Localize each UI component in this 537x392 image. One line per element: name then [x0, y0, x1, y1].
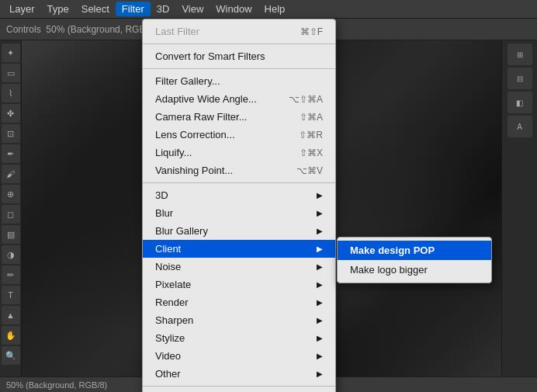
menu-item-pixelate[interactable]: Pixelate ▶ [143, 276, 335, 293]
filter-menu[interactable]: Last Filter ⌘⇧F Convert for Smart Filter… [142, 19, 336, 392]
tool-text[interactable]: T [2, 286, 20, 304]
menu-item-camera-raw[interactable]: Camera Raw Filter... ⇧⌘A [143, 108, 335, 126]
sharpen-label: Sharpen [155, 314, 193, 326]
zoom-status: 50% (Background, RGB/8) [46, 24, 156, 35]
menu-item-other[interactable]: Other ▶ [143, 365, 335, 383]
submenu-make-logo-bigger[interactable]: Make logo bigger [338, 260, 491, 279]
blur-gallery-label: Blur Gallery [155, 225, 208, 237]
tool-crop[interactable]: ⊡ [2, 124, 20, 143]
pixelate-label: Pixelate [155, 279, 191, 290]
camera-raw-label: Camera Raw Filter... [155, 111, 247, 123]
left-toolbar: ✦ ▭ ⌇ ✤ ⊡ ✒ 🖌 ⊕ ◻ ▤ ◑ ✏ T ▲ ✋ 🔍 [0, 40, 22, 392]
menu-type[interactable]: Type [41, 2, 75, 16]
menubar: Layer Type Select Filter 3D View Window … [0, 0, 537, 19]
menu-filter[interactable]: Filter [116, 2, 151, 16]
stylize-arrow: ▶ [317, 334, 323, 342]
tool-move[interactable]: ✦ [2, 43, 20, 62]
convert-smart-label: Convert for Smart Filters [155, 50, 265, 62]
adaptive-label: Adaptive Wide Angle... [155, 93, 257, 105]
3d-label: 3D [155, 189, 168, 201]
menu-item-last-filter[interactable]: Last Filter ⌘⇧F [143, 23, 335, 40]
panel-btn-3[interactable]: ◧ [508, 92, 532, 113]
panel-btn-1[interactable]: ⊞ [508, 43, 532, 65]
last-filter-label: Last Filter [155, 26, 199, 37]
tool-gradient[interactable]: ▤ [2, 225, 20, 244]
make-logo-bigger-label: Make logo bigger [350, 264, 428, 276]
menu-item-vanishing[interactable]: Vanishing Point... ⌥⌘V [143, 161, 335, 179]
menu-item-sharpen[interactable]: Sharpen ▶ [143, 311, 335, 329]
menu-item-liquify[interactable]: Liquify... ⇧⌘X [143, 144, 335, 161]
liquify-label: Liquify... [155, 147, 192, 158]
tool-eraser[interactable]: ◻ [2, 205, 20, 224]
menu-item-noise[interactable]: Noise ▶ [143, 258, 335, 276]
menu-window[interactable]: Window [210, 2, 258, 16]
tool-brush[interactable]: 🖌 [2, 165, 20, 183]
render-arrow: ▶ [317, 298, 323, 307]
menu-item-convert-smart[interactable]: Convert for Smart Filters [143, 47, 335, 65]
sharpen-arrow: ▶ [317, 316, 323, 324]
tool-shape[interactable]: ▲ [2, 306, 20, 324]
separator-1 [143, 43, 335, 44]
tool-eyedropper[interactable]: ✒ [2, 144, 20, 163]
right-panel: ⊞ ⊟ ◧ A [501, 40, 537, 392]
separator-4 [143, 386, 335, 387]
vanishing-label: Vanishing Point... [155, 165, 233, 176]
noise-label: Noise [155, 261, 181, 272]
blur-arrow: ▶ [317, 209, 323, 217]
tool-select[interactable]: ▭ [2, 64, 20, 82]
tool-hand[interactable]: ✋ [2, 326, 20, 345]
filter-gallery-label: Filter Gallery... [155, 75, 220, 87]
menu-item-client[interactable]: Client ▶ Make design POP Make logo bigge… [143, 240, 335, 258]
controls-label: Controls [6, 24, 41, 35]
blur-gallery-arrow: ▶ [317, 227, 323, 235]
tool-zoom[interactable]: 🔍 [2, 346, 20, 365]
menu-view[interactable]: View [175, 2, 210, 16]
menu-item-stylize[interactable]: Stylize ▶ [143, 329, 335, 347]
menu-item-filter-gallery[interactable]: Filter Gallery... [143, 72, 335, 90]
stylize-label: Stylize [155, 332, 185, 344]
menu-item-render[interactable]: Render ▶ [143, 293, 335, 311]
3d-arrow: ▶ [317, 191, 323, 199]
menu-layer[interactable]: Layer [3, 2, 41, 16]
liquify-shortcut: ⇧⌘X [300, 147, 323, 158]
panel-btn-4[interactable]: A [508, 116, 532, 137]
other-arrow: ▶ [317, 369, 323, 378]
menu-select[interactable]: Select [75, 2, 116, 16]
tool-pen[interactable]: ✏ [2, 265, 20, 284]
render-label: Render [155, 297, 189, 308]
menu-item-adaptive[interactable]: Adaptive Wide Angle... ⌥⇧⌘A [143, 90, 335, 108]
pixelate-arrow: ▶ [317, 280, 323, 289]
client-submenu[interactable]: Make design POP Make logo bigger [337, 237, 492, 283]
menu-item-blur-gallery[interactable]: Blur Gallery ▶ [143, 222, 335, 240]
last-filter-shortcut: ⌘⇧F [300, 26, 323, 37]
video-label: Video [155, 350, 181, 362]
make-design-pop-label: Make design POP [350, 245, 435, 256]
panel-btn-2[interactable]: ⊟ [508, 68, 532, 89]
menu-item-lens[interactable]: Lens Correction... ⇧⌘R [143, 126, 335, 144]
tool-dodge[interactable]: ◑ [2, 245, 20, 264]
menu-help[interactable]: Help [258, 2, 292, 16]
lens-label: Lens Correction... [155, 129, 235, 140]
menu-item-3d[interactable]: 3D ▶ [143, 186, 335, 204]
client-arrow: ▶ [317, 245, 323, 253]
blur-label: Blur [155, 207, 173, 219]
menu-item-video[interactable]: Video ▶ [143, 347, 335, 365]
video-arrow: ▶ [317, 352, 323, 360]
submenu-make-design-pop[interactable]: Make design POP [338, 241, 491, 260]
tool-clone[interactable]: ⊕ [2, 185, 20, 203]
status-text: 50% (Background, RGB/8) [6, 380, 107, 390]
separator-3 [143, 182, 335, 183]
separator-2 [143, 68, 335, 69]
client-label: Client [155, 243, 181, 255]
camera-raw-shortcut: ⇧⌘A [300, 112, 323, 123]
other-label: Other [155, 368, 181, 380]
tool-magic[interactable]: ✤ [2, 104, 20, 123]
noise-arrow: ▶ [317, 262, 323, 271]
tool-lasso[interactable]: ⌇ [2, 84, 20, 102]
vanishing-shortcut: ⌥⌘V [296, 165, 323, 176]
menu-item-blur[interactable]: Blur ▶ [143, 204, 335, 222]
adaptive-shortcut: ⌥⇧⌘A [289, 94, 323, 105]
lens-shortcut: ⇧⌘R [299, 130, 323, 140]
menu-3d[interactable]: 3D [151, 2, 176, 16]
